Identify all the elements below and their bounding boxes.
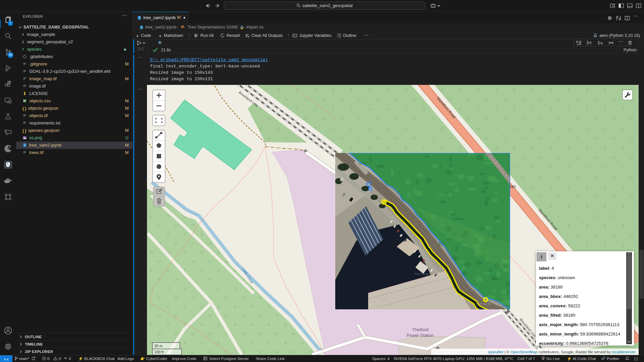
svg-text:ipyleaflet | © OpenStreetMap c: ipyleaflet | © OpenStreetMap contributor… — [488, 350, 636, 354]
svg-text:Thetford: Thetford — [412, 327, 428, 332]
svg-text:2025 Google: 2025 Google — [414, 272, 430, 275]
svg-text:Power Station: Power Station — [407, 333, 434, 338]
svg-text:100 ft: 100 ft — [154, 350, 164, 354]
svg-text:30 m: 30 m — [154, 344, 162, 348]
svg-text:2025 Google: 2025 Google — [476, 302, 492, 305]
